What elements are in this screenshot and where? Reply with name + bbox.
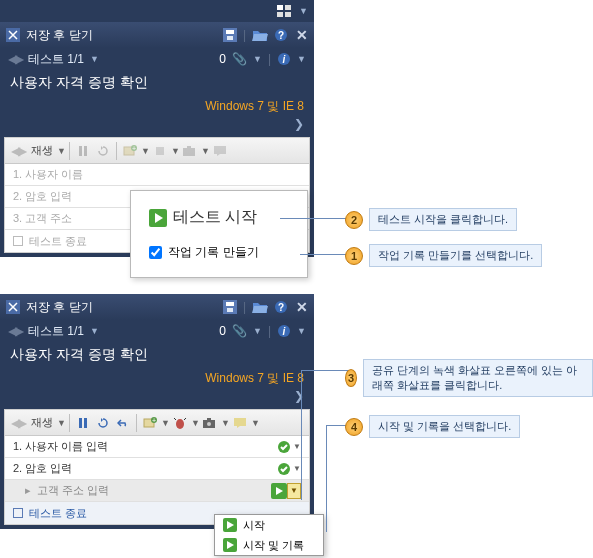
nav-arrows[interactable]: ◀▶ (9, 141, 27, 161)
callout-text-3: 공유 단계의 녹색 화살표 오른쪽에 있는 아래쪽 화살표를 클릭합니다. (363, 359, 593, 397)
svg-rect-0 (277, 5, 283, 10)
save-icon[interactable] (223, 300, 237, 314)
undo-icon[interactable] (114, 413, 132, 433)
svg-rect-17 (156, 147, 164, 155)
pass-icon[interactable] (277, 440, 291, 454)
svg-rect-31 (84, 418, 87, 428)
start-test-button[interactable]: 테스트 시작 (149, 207, 289, 228)
callout-text-1: 작업 기록 만들기를 선택합니다. (369, 244, 542, 267)
step-item[interactable]: 2. 암호 입력 ▼ (5, 458, 309, 480)
callout-badge-1: 1 (345, 247, 363, 265)
nav-arrows[interactable]: ◀▶ (9, 413, 27, 433)
test-nav: ◀▶ 테스트 1/1 ▼ 0 📎 ▼ | i ▼ (0, 320, 314, 342)
save-icon[interactable] (223, 28, 237, 42)
app-icon (6, 28, 20, 42)
svg-rect-20 (214, 146, 226, 154)
comment-icon (211, 141, 229, 161)
svg-rect-6 (226, 30, 234, 34)
svg-line-37 (184, 418, 186, 420)
shared-step-menu: 시작 시작 및 기록 (214, 514, 324, 556)
action-log-label: 작업 기록 만들기 (168, 244, 259, 261)
svg-text:+: + (152, 417, 156, 424)
title-bar: 저장 후 닫기 | ? ✕ (0, 294, 314, 320)
svg-rect-7 (227, 36, 233, 40)
svg-rect-13 (84, 146, 87, 156)
pause-icon[interactable] (74, 413, 92, 433)
shared-step-item[interactable]: ▸ 고객 주소 입력 ▼ (5, 480, 309, 502)
svg-rect-1 (285, 5, 291, 10)
test-title: 사용자 자격 증명 확인 (0, 70, 314, 98)
test-body: ◀▶ 재생 ▼ + ▼ ▼ ▼ ▼ 1. 사용자 이름 입력 (4, 409, 310, 525)
paperclip-icon[interactable]: 📎 (232, 324, 247, 338)
svg-point-40 (207, 422, 211, 426)
svg-rect-25 (227, 308, 233, 312)
comment-icon[interactable] (231, 413, 249, 433)
playback-toolbar: ◀▶ 재생 ▼ + ▼ ▼ ▼ (5, 138, 309, 164)
playback-toolbar: ◀▶ 재생 ▼ + ▼ ▼ ▼ ▼ (5, 410, 309, 436)
chevron-down-icon[interactable]: ▼ (299, 6, 308, 16)
nav-prev-next[interactable]: ◀▶ (8, 324, 22, 338)
svg-rect-3 (285, 12, 291, 17)
play-shared-icon[interactable] (271, 483, 287, 499)
svg-text:i: i (283, 54, 286, 65)
menu-start-record[interactable]: 시작 및 기록 (215, 535, 323, 555)
bug-icon[interactable] (171, 413, 189, 433)
pause-icon (74, 141, 92, 161)
save-close-button[interactable]: 저장 후 닫기 (26, 27, 217, 44)
start-test-overlay: 테스트 시작 작업 기록 만들기 (130, 190, 308, 278)
shared-step-arrow-icon: ▸ (25, 484, 31, 497)
play-arrow-icon (149, 209, 167, 227)
test-title: 사용자 자격 증명 확인 (0, 342, 314, 370)
open-icon[interactable] (252, 300, 268, 314)
expand-icon[interactable]: ❯ (0, 389, 314, 409)
play-button[interactable]: 재생 (29, 143, 55, 158)
play-dropdown[interactable]: ▼ (57, 146, 65, 156)
attach-count: 0 (219, 324, 226, 338)
app-icon (6, 300, 20, 314)
window-controls: ▼ (0, 0, 314, 22)
step-item[interactable]: 1. 사용자 이름 입력 ▼ (5, 436, 309, 458)
help-icon[interactable]: ? (274, 300, 288, 314)
svg-rect-39 (207, 418, 211, 421)
svg-rect-18 (183, 148, 195, 156)
play-dropdown[interactable]: ▼ (57, 418, 65, 428)
bug-icon (151, 141, 169, 161)
close-icon[interactable]: ✕ (296, 27, 308, 43)
callout-badge-2: 2 (345, 211, 363, 229)
add-step-icon: + (121, 141, 139, 161)
config-label[interactable]: Windows 7 및 IE 8 (0, 370, 314, 389)
svg-rect-2 (277, 12, 283, 17)
close-icon[interactable]: ✕ (296, 299, 308, 315)
action-log-checkbox[interactable] (149, 246, 162, 259)
callout-text-4: 시작 및 기록을 선택합니다. (369, 415, 520, 438)
info-icon[interactable]: i (277, 52, 291, 66)
paperclip-icon[interactable]: 📎 (232, 52, 247, 66)
save-close-button[interactable]: 저장 후 닫기 (26, 299, 217, 316)
play-button[interactable]: 재생 (29, 415, 55, 430)
svg-rect-24 (226, 302, 234, 306)
nav-prev-next[interactable]: ◀▶ (8, 52, 22, 66)
test-counter: 테스트 1/1 (28, 51, 84, 68)
camera-icon[interactable] (201, 413, 219, 433)
svg-text:?: ? (278, 30, 284, 41)
reset-icon[interactable] (94, 413, 112, 433)
test-counter: 테스트 1/1 (28, 323, 84, 340)
step-item[interactable]: 1. 사용자 이름 (5, 164, 309, 186)
result-dropdown[interactable]: ▼ (293, 464, 301, 473)
pass-icon[interactable] (277, 462, 291, 476)
result-dropdown[interactable]: ▼ (293, 442, 301, 451)
callout-badge-3: 3 (345, 369, 357, 387)
open-icon[interactable] (252, 28, 268, 42)
help-icon[interactable]: ? (274, 28, 288, 42)
play-shared-dropdown[interactable]: ▼ (287, 483, 301, 499)
expand-icon[interactable]: ❯ (0, 117, 314, 137)
svg-text:?: ? (278, 302, 284, 313)
config-label[interactable]: Windows 7 및 IE 8 (0, 98, 314, 117)
svg-text:i: i (283, 326, 286, 337)
step-list: 1. 사용자 이름 입력 ▼ 2. 암호 입력 ▼ ▸ 고객 주소 입력 ▼ (5, 436, 309, 524)
add-step-icon[interactable]: + (141, 413, 159, 433)
info-icon[interactable]: i (277, 324, 291, 338)
menu-start[interactable]: 시작 (215, 515, 323, 535)
svg-text:+: + (132, 145, 136, 152)
grid-icon[interactable] (277, 5, 291, 17)
